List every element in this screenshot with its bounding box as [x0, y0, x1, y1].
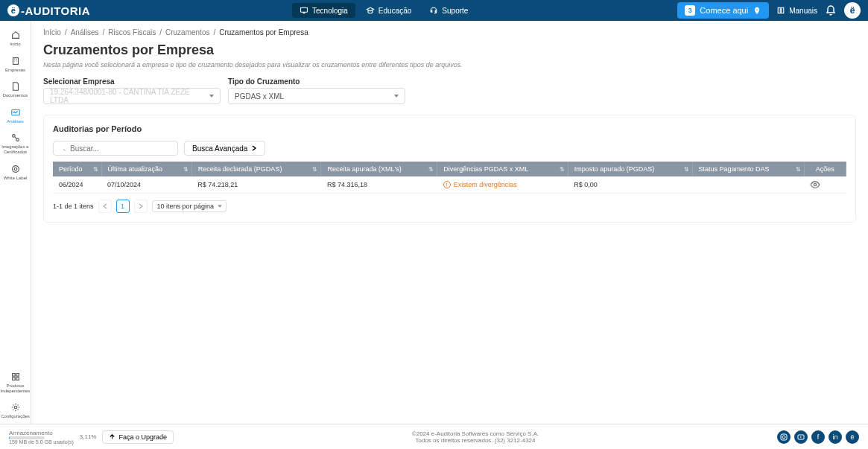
sidebar-item-produtos[interactable]: Produtos Independentes: [0, 367, 31, 398]
user-avatar[interactable]: ë: [844, 2, 861, 19]
bell-icon[interactable]: [825, 4, 837, 16]
svg-rect-10: [16, 378, 19, 380]
col-status-das[interactable]: Status Pagamento DAS⇅: [692, 162, 804, 176]
chevron-left-icon: [103, 203, 107, 209]
col-divergencias[interactable]: Divergências PGDAS x XML⇅: [437, 162, 568, 176]
start-here-button[interactable]: 3 Comece aqui: [677, 2, 769, 19]
copyright: ©2024 e-Auditoria Softwares como Serviço…: [174, 430, 777, 437]
view-action-button[interactable]: [810, 181, 840, 188]
svg-point-4: [16, 138, 19, 141]
col-periodo[interactable]: Período⇅: [53, 162, 101, 176]
page-title: Cruzamentos por Empresa: [43, 42, 856, 58]
storage-pct: 3,11%: [80, 433, 97, 440]
col-receita-apurada[interactable]: Receita apurada (XML's)⇅: [321, 162, 437, 176]
footer: Armazenamento 159 MB de 5.0 GB usado(s) …: [0, 424, 868, 449]
whitelabel-icon: [10, 164, 21, 174]
col-acoes: Ações: [804, 162, 846, 176]
cell-divergencias: ! Existem divergências: [437, 176, 568, 194]
cell-receita-apurada: R$ 74.316,18: [321, 176, 437, 194]
facebook-icon: f: [817, 433, 820, 441]
next-page-button[interactable]: [134, 200, 148, 213]
sidebar: Início Empresas Documentos Análises Inte…: [0, 21, 31, 424]
col-receita-declarada[interactable]: Receita declarada (PGDAS)⇅: [191, 162, 321, 176]
type-label: Tipo do Cruzamento: [228, 77, 405, 86]
company-label: Selecionar Empresa: [43, 77, 221, 86]
cell-acoes: [804, 176, 846, 194]
manuals-link[interactable]: Manuais: [776, 6, 817, 15]
nav-suporte[interactable]: Suporte: [422, 3, 475, 18]
sidebar-item-integracoes[interactable]: Integrações e Certificados: [0, 128, 31, 159]
top-right: 3 Comece aqui Manuais ë: [677, 2, 861, 19]
home-icon: [10, 30, 21, 40]
sidebar-item-whitelabel[interactable]: White Label: [0, 159, 31, 185]
linkedin-icon: in: [832, 433, 837, 441]
book-icon: [776, 6, 785, 15]
sidebar-item-inicio[interactable]: Início: [0, 25, 31, 51]
svg-rect-8: [16, 374, 19, 377]
pagination: 1-1 de 1 itens 1 10 itens por página: [53, 200, 846, 213]
upgrade-button[interactable]: Faça o Upgrade: [102, 430, 174, 444]
page-size-select[interactable]: 10 itens por página: [152, 200, 227, 212]
breadcrumb-riscos[interactable]: Riscos Fiscais: [108, 28, 156, 36]
sidebar-item-documentos[interactable]: Documentos: [0, 77, 31, 103]
svg-rect-2: [11, 109, 19, 115]
panel-title: Auditorias por Período: [53, 124, 846, 133]
brand-icon: ë: [850, 433, 854, 441]
chevron-right-icon: [251, 145, 257, 151]
prev-page-button[interactable]: [98, 200, 112, 213]
cell-ultima-atualizacao: 07/10/2024: [101, 176, 191, 194]
main-content: Início/ Análises/ Riscos Fiscais/ Cruzam…: [31, 21, 868, 424]
top-nav: Tecnologia Educação Suporte: [292, 3, 475, 18]
col-imposto-apurado[interactable]: Imposto apurado (PGDAS)⇅: [568, 162, 692, 176]
svg-rect-0: [301, 7, 308, 12]
social-brand[interactable]: ë: [846, 430, 859, 444]
storage-bar: [9, 436, 45, 439]
breadcrumb-cruzamentos[interactable]: Cruzamentos: [165, 28, 209, 36]
nav-educacao[interactable]: Educação: [358, 3, 419, 18]
sidebar-item-analises[interactable]: Análises: [0, 103, 31, 129]
svg-rect-7: [12, 374, 15, 377]
type-select[interactable]: PGDAS x XML: [228, 88, 405, 104]
nav-tecnologia[interactable]: Tecnologia: [292, 3, 355, 18]
svg-rect-9: [12, 378, 15, 380]
audit-panel: Auditorias por Período Busca Avançada Pe…: [43, 115, 856, 223]
storage-label: Armazenamento: [9, 430, 74, 436]
company-select[interactable]: 19.264.348/0001-80 - CANTINA TIA ZEZE LT…: [43, 88, 221, 104]
social-instagram[interactable]: [777, 430, 791, 444]
rocket-icon: [753, 6, 761, 15]
page-description: Nesta página você selecionará a empresa …: [43, 61, 856, 69]
topbar: ë -AUDITORIA Tecnologia Educação Suporte…: [0, 0, 868, 21]
monitor-icon: [300, 6, 308, 15]
svg-rect-1: [13, 57, 18, 64]
logo[interactable]: ë -AUDITORIA: [7, 4, 90, 17]
filters-row: Selecionar Empresa 19.264.348/0001-80 - …: [43, 77, 856, 104]
settings-icon: [10, 402, 21, 413]
search-input[interactable]: [53, 141, 178, 156]
svg-point-3: [12, 135, 15, 138]
col-ultima-atualizacao[interactable]: Última atualização⇅: [101, 162, 191, 176]
social-facebook[interactable]: f: [811, 430, 825, 444]
cell-imposto-apurado: R$ 0,00: [568, 176, 692, 194]
breadcrumb: Início/ Análises/ Riscos Fiscais/ Cruzam…: [43, 28, 856, 36]
advanced-search-button[interactable]: Busca Avançada: [184, 141, 265, 156]
sidebar-item-empresas[interactable]: Empresas: [0, 51, 31, 77]
breadcrumb-analises[interactable]: Análises: [71, 28, 99, 36]
analysis-icon: [10, 107, 21, 118]
social-youtube[interactable]: [794, 430, 808, 444]
headset-icon: [429, 6, 438, 15]
document-icon: [10, 81, 21, 92]
upgrade-icon: [109, 433, 115, 440]
storage-detail: 159 MB de 5.0 GB usado(s): [9, 439, 74, 445]
youtube-icon: [797, 433, 805, 441]
cell-status-das: [692, 176, 804, 194]
chevron-right-icon: [139, 203, 143, 209]
start-step-badge: 3: [685, 5, 695, 16]
page-1-button[interactable]: 1: [116, 200, 130, 213]
sidebar-item-configuracoes[interactable]: Configurações: [0, 398, 31, 424]
pagination-summary: 1-1 de 1 itens: [53, 203, 94, 210]
logo-icon: ë: [7, 4, 19, 16]
table-row: 06/2024 07/10/2024 R$ 74.218,21 R$ 74.31…: [53, 176, 846, 194]
breadcrumb-inicio[interactable]: Início: [43, 28, 61, 36]
social-linkedin[interactable]: in: [829, 430, 842, 444]
svg-point-5: [12, 165, 19, 172]
